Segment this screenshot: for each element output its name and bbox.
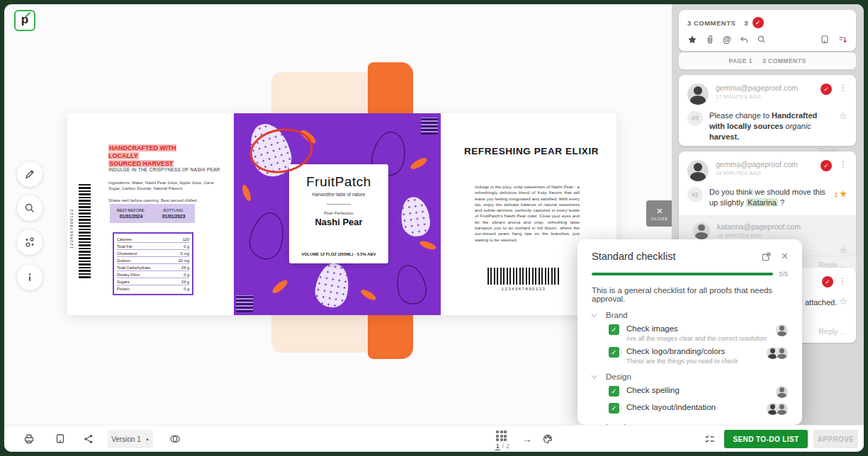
- search-icon[interactable]: [757, 35, 767, 45]
- comment-card[interactable]: gemma@pageproof.com 17 MINUTES AGO ✓ ⋮ #…: [679, 75, 856, 146]
- open-in-new-icon[interactable]: [761, 251, 772, 262]
- elixir-body: Indulge in the juicy, crisp sweetness of…: [475, 184, 580, 243]
- page-indicator[interactable]: 1 / 2: [492, 442, 513, 450]
- send-todo-list-button[interactable]: SEND TO-DO LIST: [724, 430, 808, 448]
- thumbnail-grid-button[interactable]: [496, 431, 507, 442]
- checkbox-checked-icon[interactable]: ✓: [609, 347, 619, 358]
- barcode: [487, 268, 560, 285]
- share-button[interactable]: [83, 433, 94, 448]
- checkbox-checked-icon[interactable]: ✓: [609, 324, 619, 335]
- next-page-button[interactable]: →: [522, 433, 532, 445]
- checklist-section-header[interactable]: Design: [593, 372, 788, 381]
- comment-text: Do you think we should move this up slig…: [709, 187, 828, 208]
- page-bar-page: PAGE 1: [728, 57, 753, 64]
- elixir-title: REFRESHING PEAR ELIXIR: [461, 146, 602, 156]
- qr-code: [236, 295, 253, 312]
- approve-button[interactable]: APPROVE: [813, 430, 858, 448]
- chevron-down-icon: [591, 372, 597, 378]
- info-icon: [24, 272, 35, 283]
- star-icon[interactable]: ☆: [839, 110, 847, 121]
- comment-number-badge: #3: [687, 110, 703, 126]
- comment-time: 18 MINUTES AGO: [716, 171, 813, 176]
- proof-tag-icon[interactable]: [820, 35, 830, 45]
- overflow-menu-icon[interactable]: ⋮: [838, 277, 847, 285]
- leaf-illustration: [271, 278, 289, 295]
- comment-number-badge: #2: [687, 187, 703, 203]
- comment-done-icon[interactable]: ✓: [821, 84, 832, 95]
- nutrition-row: Sugars24 g: [117, 278, 189, 285]
- bottom-toolbar: Version 1 ▲ 1 / 2 → SEND TO-DO LIST APPR…: [4, 425, 864, 452]
- printer-icon: [23, 433, 35, 445]
- version-dropdown[interactable]: Version 1 ▲: [108, 430, 153, 448]
- comment-done-icon[interactable]: ✓: [821, 160, 832, 171]
- reply-filter-icon[interactable]: [739, 35, 749, 45]
- close-icon[interactable]: ×: [782, 251, 788, 261]
- comment-author: gemma@pageproof.com: [716, 84, 813, 92]
- pen-icon: [24, 169, 35, 180]
- scatter-dots-icon: [24, 236, 35, 248]
- star-icon: ★: [839, 188, 847, 199]
- checklist-item[interactable]: ✓Check layout/indentation: [609, 403, 788, 415]
- star-filter-icon[interactable]: [687, 35, 697, 45]
- checklist-item[interactable]: ✓Check logo/branding/colorsThese are the…: [609, 347, 788, 365]
- checkbox-checked-icon[interactable]: ✓: [609, 386, 619, 397]
- proof-info-button[interactable]: [55, 433, 66, 448]
- best-before-value: 01/01/2024: [120, 214, 143, 219]
- avatar: [776, 403, 788, 415]
- marker-tool-button[interactable]: [17, 229, 43, 255]
- zoom-tool-button[interactable]: [17, 195, 43, 221]
- nutrition-row: Cholesterol0 mg: [117, 250, 189, 257]
- overflow-menu-icon[interactable]: ⋮: [839, 160, 847, 169]
- label-left-panel: 1234567890123 HANDCRAFTED WITH LOCALLY S…: [67, 113, 234, 315]
- divider: [327, 204, 351, 205]
- avatar: [776, 347, 788, 359]
- nutrition-row: Total Fat0 g: [117, 243, 189, 250]
- close-panel-button[interactable]: × CLOSE: [646, 200, 673, 227]
- comments-count: 3 COMMENTS: [687, 19, 735, 27]
- leaf-illustration: [409, 156, 429, 171]
- bottling-value: 01/01/2023: [162, 214, 186, 219]
- star-icon[interactable]: ☆: [839, 296, 847, 307]
- sort-filter-icon[interactable]: [838, 35, 847, 45]
- qr-code: [421, 118, 438, 135]
- compare-versions-button[interactable]: [169, 433, 181, 448]
- avatar: [687, 84, 709, 105]
- pageproof-logo[interactable]: p: [14, 10, 35, 31]
- star-count-group[interactable]: 1★: [835, 187, 847, 200]
- avatar: [693, 222, 710, 239]
- bottling-label: BOTTLING:: [163, 208, 184, 212]
- volume-text: VOLUME 12 FLOZ (355ML) - 5.5% ABV: [301, 252, 376, 256]
- checklist-title: Standard checklist: [592, 251, 751, 262]
- print-button[interactable]: [23, 433, 35, 448]
- page-bar[interactable]: PAGE 1 3 COMMENTS: [679, 52, 856, 69]
- checklist-item[interactable]: ✓Check imagesAre all the images clear an…: [609, 324, 788, 342]
- label-note: Shake well before opening. Best served c…: [108, 198, 225, 203]
- avatar: [776, 324, 788, 336]
- reply-link[interactable]: Reply ...: [808, 323, 856, 341]
- comment-done-icon[interactable]: ✓: [822, 276, 833, 287]
- nutrition-row: Total Carbohydrate26 g: [117, 264, 189, 271]
- checklist-item[interactable]: ✓Check spelling: [609, 386, 788, 398]
- product-name: Nashi Pear: [315, 217, 362, 227]
- product-line: Pear Perfection: [324, 211, 353, 215]
- mention-icon[interactable]: @: [723, 35, 731, 45]
- chevron-down-icon: [591, 311, 597, 317]
- overflow-menu-icon[interactable]: ⋮: [839, 84, 847, 92]
- checklist-section-header[interactable]: Brand: [593, 311, 788, 319]
- color-separations-button[interactable]: [542, 433, 553, 448]
- star-icon[interactable]: ☆: [839, 245, 847, 256]
- vertical-barcode-number: 1234567890123: [69, 209, 74, 249]
- attachment-icon[interactable]: [705, 35, 715, 45]
- mention-chip[interactable]: Katarina: [746, 198, 778, 207]
- comment-text: attached.: [805, 297, 837, 308]
- magnifier-icon: [24, 203, 35, 214]
- info-button[interactable]: [17, 265, 43, 290]
- checkbox-checked-icon[interactable]: ✓: [609, 403, 619, 414]
- nutrition-row: Dietary Fibre0 g: [117, 271, 189, 278]
- caret-up-icon: ▲: [145, 437, 150, 441]
- proof-label-artwork[interactable]: 1234567890123 HANDCRAFTED WITH LOCALLY S…: [67, 113, 616, 315]
- proof-tag-icon: [55, 433, 66, 445]
- checklist-toggle-button[interactable]: [704, 433, 716, 448]
- pen-tool-button[interactable]: [17, 161, 43, 187]
- pear-illustration: [312, 261, 352, 309]
